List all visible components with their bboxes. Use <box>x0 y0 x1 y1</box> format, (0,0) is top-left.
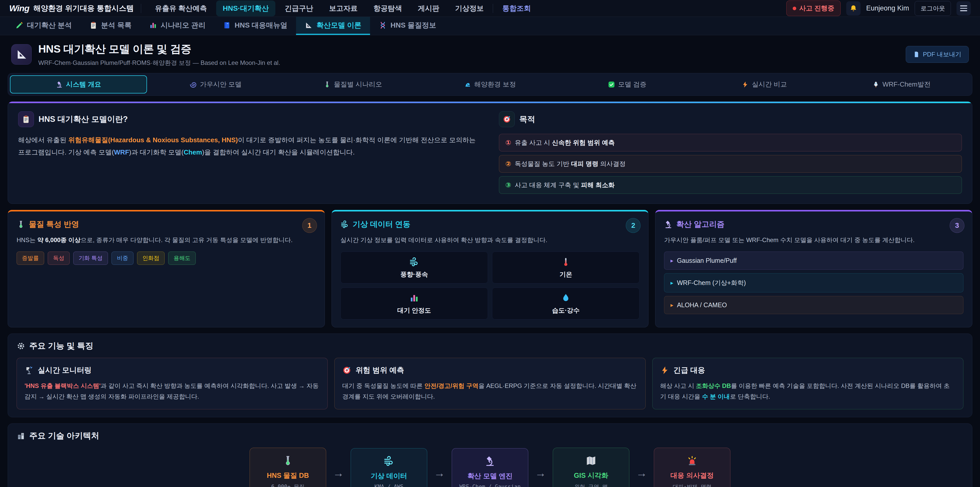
bolt-icon <box>660 366 670 375</box>
subtab-label: 시나리오 관리 <box>161 21 206 30</box>
subtab-scenario-management[interactable]: 시나리오 관리 <box>140 17 215 35</box>
incident-dot-icon <box>793 6 796 10</box>
menu-item-hns-diffusion[interactable]: HNS·대기확산 <box>216 0 275 16</box>
wave-icon <box>464 81 471 88</box>
tab-label: 모델 검증 <box>618 80 646 89</box>
subtab-model-theory[interactable]: 확산모델 이론 <box>296 17 370 35</box>
tab-gaussian-model[interactable]: 가우시안 모델 <box>147 75 284 93</box>
zones-highlight: 안전/경고/위험 구역 <box>425 382 479 389</box>
flow-model-engine: 확산 모델 엔진 WRF-Chem / Gaussian <box>452 448 528 487</box>
subtab-diffusion-analysis[interactable]: 대기확산 분석 <box>6 17 81 35</box>
subtab-analysis-list[interactable]: 분석 목록 <box>81 17 140 35</box>
sub-nav: 대기확산 분석 분석 목록 시나리오 관리 HNS 대응매뉴얼 확산모델 이론 … <box>0 17 980 35</box>
dna-icon <box>379 21 387 29</box>
page-header: HNS 대기확산 모델 이론 및 검증 WRF-Chem·Gaussian Pl… <box>8 35 972 72</box>
tab-wrf-chem-evolution[interactable]: WRF-Chem발전 <box>833 75 970 93</box>
menu-item-aerial-search[interactable]: 항공탐색 <box>367 0 409 16</box>
purpose-icon-box <box>499 111 515 127</box>
weather-tiles: 풍향·풍속 기온 대기 안정도 습도·강수 <box>340 252 640 319</box>
intro-definition: HNS 대기확산 모델이란? 해상에서 유출된 위험유해물질(Hazardous… <box>18 111 481 194</box>
property-tags: 증발률 독성 기화 특성 비중 인화점 용해도 <box>17 252 316 265</box>
wind-icon <box>340 220 349 229</box>
pdf-export-button[interactable]: PDF 내보내기 <box>906 46 969 63</box>
purpose-number: ① <box>505 139 511 147</box>
test-tube-icon <box>324 81 331 88</box>
check-icon <box>608 81 615 88</box>
tag-vaporization: 기화 특성 <box>73 252 108 265</box>
tab-model-validation[interactable]: 모델 검증 <box>558 75 696 93</box>
tab-label: 해양환경 보정 <box>474 80 516 89</box>
card-weather-data: 2 기상 데이터 연동 실시간 기상 정보를 입력 데이터로 사용하여 확산 방… <box>331 210 649 327</box>
menu-item-weather[interactable]: 기상정보 <box>449 0 490 16</box>
card-description: 실시간 기상 정보를 입력 데이터로 사용하여 확산 방향과 속도를 결정합니다… <box>340 235 640 246</box>
page-title: HNS 대기확산 모델 이론 및 검증 <box>38 42 280 56</box>
tag-specific-gravity: 비중 <box>111 252 134 265</box>
pdf-export-label: PDF 내보내기 <box>923 50 961 59</box>
building-icon <box>17 431 25 440</box>
intro-card: HNS 대기확산 모델이란? 해상에서 유출된 위험유해물질(Hazardous… <box>8 101 972 204</box>
page-icon <box>11 44 32 65</box>
flow-arrow-icon: → <box>535 466 546 479</box>
algo-wrf-chem: ▸ WRF-Chem (기상+화학) <box>664 273 963 292</box>
chem-highlight: Chem <box>184 148 202 156</box>
menu-item-reports[interactable]: 보고자료 <box>322 0 364 16</box>
subtab-label: HNS 대응매뉴얼 <box>234 21 287 30</box>
tab-realtime-comparison[interactable]: 실시간 비교 <box>696 75 833 93</box>
droplet-icon <box>561 293 571 303</box>
intro-icon-box <box>18 111 34 127</box>
menu-toggle-button[interactable] <box>956 1 971 16</box>
section-title: 주요 기술 아키텍처 <box>29 430 99 442</box>
tab-substance-scenarios[interactable]: 물질별 시나리오 <box>284 75 422 93</box>
step-badge-2: 2 <box>626 218 641 233</box>
bar-chart-icon <box>409 293 419 303</box>
flow-decision: 대응 의사결정 대피·방제 명령 <box>654 448 730 487</box>
tab-ocean-correction[interactable]: 해양환경 보정 <box>422 75 558 93</box>
incident-status-badge[interactable]: 사고 진행중 <box>786 0 841 16</box>
divider <box>141 4 141 13</box>
subtab-hns-substance-info[interactable]: HNS 물질정보 <box>370 17 445 35</box>
menu-item-rescue[interactable]: 긴급구난 <box>278 0 320 16</box>
logout-button[interactable]: 로그아웃 <box>915 1 951 16</box>
top-nav: Wing 해양환경 위기대응 통합시스템 유출유 확산예측 HNS·대기확산 긴… <box>0 0 980 17</box>
subtab-label: 분석 목록 <box>101 21 132 30</box>
feature-realtime-monitoring: 실시간 모니터링 'HNS 유출 블랙박스 시스템'과 같이 사고 즉시 확산 … <box>17 358 328 409</box>
flow-gis-visualization: GIS 시각화 위험 구역 맵 <box>553 448 629 487</box>
menu-item-board[interactable]: 게시판 <box>411 0 446 16</box>
subtab-hns-manual[interactable]: HNS 대응매뉴얼 <box>214 17 296 35</box>
target-icon <box>342 366 352 375</box>
purpose-number: ② <box>505 160 511 168</box>
tab-system-overview[interactable]: 시스템 개요 <box>10 75 147 93</box>
wind-icon <box>383 456 395 467</box>
flow-arrow-icon: → <box>333 466 344 479</box>
card-description: 가우시안 플룸/퍼프 모델 또는 WRF-Chem 수치 모델을 사용하여 대기… <box>664 235 963 246</box>
subtab-label: 대기확산 분석 <box>27 21 72 30</box>
top-right-controls: 사고 진행중 Eunjeong Kim 로그아웃 <box>786 0 971 16</box>
page-subtitle: WRF-Chem·Gaussian Plume/Puff·ROMS·해양환경 보… <box>38 59 280 67</box>
siren-icon <box>687 455 698 466</box>
feature-risk-range-prediction: 위험 범위 예측 대기 중 독성물질 농도에 따른 안전/경고/위험 구역을 A… <box>334 358 646 409</box>
purpose-panel: 목적 ① 유출 사고 시 신속한 위험 범위 예측 ② 독성물질 농도 기반 대… <box>499 111 962 194</box>
card-diffusion-algorithm: 3 확산 알고리즘 가우시안 플룸/퍼프 모델 또는 WRF-Chem 수치 모… <box>655 210 972 327</box>
section-title: 주요 기능 및 특징 <box>29 340 94 352</box>
microscope-icon <box>664 220 673 229</box>
bar-chart-icon <box>149 21 157 29</box>
microscope-icon <box>56 81 63 88</box>
tile-wind: 풍향·풍속 <box>340 252 488 283</box>
card-title: 기상 데이터 연동 <box>353 219 410 230</box>
arrow-icon: ▸ <box>670 302 673 308</box>
arrow-icon: ▸ <box>670 279 673 286</box>
algo-gaussian: ▸ Gaussian Plume/Puff <box>664 252 963 270</box>
subtab-label: 확산모델 이론 <box>317 21 361 30</box>
content-tabbar: 시스템 개요 가우시안 모델 물질별 시나리오 해양환경 보정 모델 검증 실시… <box>8 73 972 96</box>
menu-item-integrated-search[interactable]: 통합조회 <box>496 0 538 16</box>
hns-highlight: 위험유해물질(Hazardous & Noxious Substances, H… <box>68 136 238 144</box>
clipboard-icon <box>22 115 30 124</box>
subtab-label: HNS 물질정보 <box>390 21 436 30</box>
microscope-icon <box>484 456 496 467</box>
tab-label: 시스템 개요 <box>66 80 101 89</box>
info-cards-row: 1 물질 특성 반영 HNS는 약 6,000종 이상으로, 종류가 매우 다양… <box>8 210 972 327</box>
menu-item-oil-spill[interactable]: 유출유 확산예측 <box>148 0 213 16</box>
card-description: HNS는 약 6,000종 이상으로, 종류가 매우 다양합니다. 각 물질의 … <box>17 235 316 246</box>
notifications-button[interactable] <box>846 1 861 16</box>
document-icon <box>913 51 920 58</box>
